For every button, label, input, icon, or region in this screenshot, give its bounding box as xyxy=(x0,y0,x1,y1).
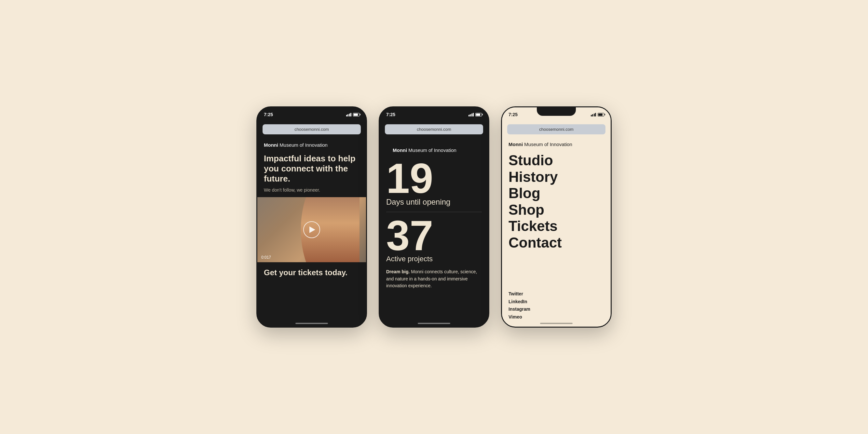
phone1-main: Monni Museum of Innovation Impactful ide… xyxy=(257,137,366,326)
phone2-url-bar-container: choosemonni.com xyxy=(380,122,488,137)
projects-number: 37 xyxy=(386,217,482,255)
phone1-battery xyxy=(353,113,360,117)
nav-item-blog[interactable]: Blog xyxy=(508,185,604,202)
signal-bar-1 xyxy=(468,115,469,117)
phone2-main: Monni Museum of Innovation 19 Days until… xyxy=(380,137,488,326)
phone1-video[interactable]: 0:017 xyxy=(257,197,366,262)
signal-bar-3 xyxy=(349,114,350,117)
phone3-battery xyxy=(598,113,604,117)
phone2-content: Monni Museum of Innovation 19 Days until… xyxy=(380,137,488,326)
phone1-brand: Monni Museum of Innovation xyxy=(257,137,366,151)
phone3-signal xyxy=(591,113,596,117)
social-vimeo[interactable]: Vimeo xyxy=(508,313,604,321)
phone1-home-indicator xyxy=(296,323,328,324)
phone3-content: Monni Museum of Innovation Studio Histor… xyxy=(502,137,611,326)
phone1-url-bar-container: choosemonni.com xyxy=(257,122,366,137)
phone2-brand: Monni Museum of Innovation xyxy=(386,142,482,156)
nav-item-history[interactable]: History xyxy=(508,169,604,185)
phone1-status-icons xyxy=(346,113,360,117)
phone2-time: 7:25 xyxy=(386,112,395,117)
countdown-label: Days until opening xyxy=(386,197,482,212)
description-bold: Dream big. xyxy=(386,269,410,274)
phone1-brand-rest: Museum of Innovation xyxy=(278,142,328,148)
signal-bar-1 xyxy=(591,115,592,117)
phone3-time: 7:25 xyxy=(508,112,518,117)
phone3-main: Monni Museum of Innovation Studio Histor… xyxy=(502,137,611,326)
phone3-status-bar: 7:25 xyxy=(502,107,611,122)
signal-bar-4 xyxy=(350,113,351,117)
phone1-time: 7:25 xyxy=(264,112,273,117)
phone1-cta: Get your tickets today. xyxy=(257,262,366,283)
signal-bar-2 xyxy=(592,114,593,117)
play-button[interactable] xyxy=(303,221,320,238)
phone3-brand-rest: Museum of Innovation xyxy=(523,142,572,147)
phone2-signal xyxy=(468,113,474,117)
phone2-status-icons xyxy=(468,113,482,117)
nav-item-shop[interactable]: Shop xyxy=(508,202,604,218)
phone-3: 7:25 choosemonni.com Monni Museum of xyxy=(501,106,612,328)
phone2-url-bar[interactable]: choosemonni.com xyxy=(385,124,483,134)
phone2-home-indicator xyxy=(418,323,450,324)
social-links: Twitter LinkedIn Instagram Vimeo xyxy=(508,284,604,321)
signal-bar-4 xyxy=(473,113,474,117)
signal-bar-1 xyxy=(346,115,347,117)
social-twitter[interactable]: Twitter xyxy=(508,290,604,298)
signal-bar-3 xyxy=(471,114,472,117)
phone1-url-bar[interactable]: choosemonni.com xyxy=(262,124,361,134)
battery-fill xyxy=(598,114,602,116)
phone3-status-icons xyxy=(591,113,604,117)
phone2-brand-rest: Museum of Innovation xyxy=(407,147,457,153)
signal-bar-2 xyxy=(347,114,348,117)
countdown-number: 19 xyxy=(386,159,482,197)
phone1-notch xyxy=(292,107,331,116)
signal-bar-2 xyxy=(470,114,471,117)
phone1-signal xyxy=(346,113,352,117)
phone2-battery xyxy=(475,113,482,117)
play-icon xyxy=(309,226,315,233)
phone2-status-bar: 7:25 xyxy=(380,107,488,122)
signal-bar-4 xyxy=(595,113,596,117)
social-instagram[interactable]: Instagram xyxy=(508,306,604,313)
phone1-status-bar: 7:25 xyxy=(257,107,366,122)
phone-2: 7:25 choosemonni.com Monni Museum of xyxy=(379,106,489,328)
phone3-notch xyxy=(537,107,576,116)
video-timer: 0:017 xyxy=(261,255,271,259)
nav-item-contact[interactable]: Contact xyxy=(508,235,604,251)
phone3-brand: Monni Museum of Innovation xyxy=(508,142,604,147)
phones-container: 7:25 choosemonni.com Monni Museum of xyxy=(256,106,612,328)
signal-bar-3 xyxy=(594,114,595,117)
phone1-hero-title: Impactful ideas to help you connect with… xyxy=(257,151,366,187)
nav-item-studio[interactable]: Studio xyxy=(508,152,604,169)
battery-fill xyxy=(354,114,358,116)
phone-1: 7:25 choosemonni.com Monni Museum of xyxy=(256,106,367,328)
nav-item-tickets[interactable]: Tickets xyxy=(508,218,604,235)
phone1-content: Monni Museum of Innovation Impactful ide… xyxy=(257,137,366,326)
phone2-brand-bold: Monni xyxy=(393,147,407,153)
phone3-home-indicator xyxy=(540,323,572,324)
battery-fill xyxy=(476,114,480,116)
projects-label: Active projects xyxy=(386,255,482,263)
phone3-nav: Studio History Blog Shop Tickets Contact xyxy=(508,152,604,251)
phone3-url-bar-container: choosemonni.com xyxy=(502,122,611,137)
phone1-brand-bold: Monni xyxy=(264,142,278,148)
phone2-notch xyxy=(414,107,454,116)
phone2-description: Dream big. Monni connects culture, scien… xyxy=(386,269,482,289)
phone3-brand-bold: Monni xyxy=(508,142,523,147)
phone1-hero-subtitle: We don't follow, we pioneer. xyxy=(257,187,366,197)
social-linkedin[interactable]: LinkedIn xyxy=(508,298,604,306)
phone3-url-bar[interactable]: choosemonni.com xyxy=(507,124,606,134)
